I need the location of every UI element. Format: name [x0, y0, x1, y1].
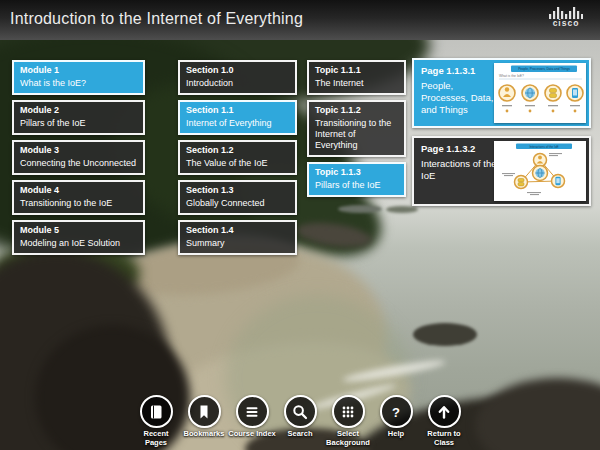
tile-title: Introduction	[186, 78, 289, 89]
svg-text:?: ?	[392, 404, 400, 419]
tile-title: Transitioning to the IoE	[20, 198, 137, 209]
tile-title: Globally Connected	[186, 198, 289, 209]
tile-label: Module 5	[20, 225, 137, 236]
modules-column: Module 1 What is the IoE? Module 2 Pilla…	[12, 60, 145, 255]
tile-title: Connecting the Unconnected	[20, 158, 137, 169]
section-tile-1-1[interactable]: Section 1.1 Internet of Everything	[178, 100, 297, 135]
section-tile-1-2[interactable]: Section 1.2 The Value of the IoE	[178, 140, 297, 175]
tile-title: Modeling an IoE Solution	[20, 238, 137, 249]
module-tile-2[interactable]: Module 2 Pillars of the IoE	[12, 100, 145, 135]
bookmark-icon	[188, 395, 221, 428]
search-icon	[284, 395, 317, 428]
help-button[interactable]: ? Help	[372, 395, 420, 447]
tile-title: Transitioning to the Internet of Everyth…	[315, 118, 398, 151]
section-tile-1-3[interactable]: Section 1.3 Globally Connected	[178, 180, 297, 215]
tool-label: Course Index	[228, 430, 276, 439]
return-to-class-button[interactable]: Return to Class	[420, 395, 468, 447]
tile-title: Pillars of the IoE	[315, 180, 398, 191]
thumb-title: Interactions of the IoE	[529, 145, 558, 149]
tool-label: Select Background	[324, 430, 372, 447]
module-tile-1[interactable]: Module 1 What is the IoE?	[12, 60, 145, 95]
topics-column: Topic 1.1.1 The Internet Topic 1.1.2 Tra…	[307, 60, 406, 197]
rock-shape	[413, 323, 477, 346]
grid-dots-icon	[332, 395, 365, 428]
list-icon	[236, 395, 269, 428]
page-thumbnail: Interactions of the IoE	[494, 141, 586, 201]
cisco-logo: cisco	[546, 7, 586, 27]
tile-title: The Internet	[315, 78, 398, 89]
module-tile-4[interactable]: Module 4 Transitioning to the IoE	[12, 180, 145, 215]
tool-label: Search	[287, 430, 312, 439]
topic-tile-1-1-2[interactable]: Topic 1.1.2 Transitioning to the Interne…	[307, 100, 406, 157]
pages-column: Page 1.1.3.1 People, Processes, Data, an…	[412, 58, 591, 206]
course-index-button[interactable]: Course Index	[228, 395, 276, 447]
tile-label: Section 1.0	[186, 65, 289, 76]
topic-tile-1-1-1[interactable]: Topic 1.1.1 The Internet	[307, 60, 406, 95]
tile-label: Section 1.1	[186, 105, 289, 116]
tool-label: Return to Class	[420, 430, 468, 447]
tile-title: The Value of the IoE	[186, 158, 289, 169]
question-icon: ?	[380, 395, 413, 428]
recent-pages-icon	[140, 395, 173, 428]
slide-preview-interactions-icon: Interactions of the IoE	[494, 141, 586, 201]
island-shape	[386, 206, 418, 213]
tile-label: Module 4	[20, 185, 137, 196]
cisco-wordmark: cisco	[546, 19, 586, 27]
page-title: Introduction to the Internet of Everythi…	[10, 10, 303, 28]
header-bar: Introduction to the Internet of Everythi…	[0, 0, 600, 40]
tile-label: Topic 1.1.2	[315, 105, 398, 116]
search-button[interactable]: Search	[276, 395, 324, 447]
tile-title: People, Processes, Data, and Things	[421, 80, 499, 116]
page-thumbnail: People, Processes, Data and Things What …	[494, 63, 586, 123]
up-arrow-icon	[428, 395, 461, 428]
page-tile-1-1-3-2[interactable]: Page 1.1.3.2 Interactions of the IoE Int…	[412, 136, 591, 206]
thumb-note: What is the IoE?	[499, 74, 524, 78]
topic-tile-1-1-3[interactable]: Topic 1.1.3 Pillars of the IoE	[307, 162, 406, 197]
tile-label: Page 1.1.3.1	[421, 65, 499, 77]
recent-pages-button[interactable]: Recent Pages	[132, 395, 180, 447]
page-tile-1-1-3-1[interactable]: Page 1.1.3.1 People, Processes, Data, an…	[412, 58, 591, 128]
bookmarks-button[interactable]: Bookmarks	[180, 395, 228, 447]
thumb-title: People, Processes, Data and Things	[518, 67, 570, 71]
course-index-screen: Introduction to the Internet of Everythi…	[0, 0, 600, 450]
section-tile-1-0[interactable]: Section 1.0 Introduction	[178, 60, 297, 95]
tile-title: Interactions of the IoE	[421, 158, 499, 182]
tile-label: Page 1.1.3.2	[421, 143, 499, 155]
tile-label: Module 2	[20, 105, 137, 116]
module-tile-5[interactable]: Module 5 Modeling an IoE Solution	[12, 220, 145, 255]
tile-label: Module 1	[20, 65, 137, 76]
sections-column: Section 1.0 Introduction Section 1.1 Int…	[178, 60, 297, 255]
bottom-toolbar: Recent Pages Bookmarks Course	[0, 395, 600, 447]
tile-label: Topic 1.1.1	[315, 65, 398, 76]
tile-title: Pillars of the IoE	[20, 118, 137, 129]
tile-label: Section 1.2	[186, 145, 289, 156]
tool-label: Bookmarks	[184, 430, 225, 439]
module-tile-3[interactable]: Module 3 Connecting the Unconnected	[12, 140, 145, 175]
island-shape	[338, 205, 382, 213]
tool-label: Help	[388, 430, 404, 439]
tile-title: Summary	[186, 238, 289, 249]
tile-label: Topic 1.1.3	[315, 167, 398, 178]
tile-label: Section 1.4	[186, 225, 289, 236]
tool-label: Recent Pages	[132, 430, 180, 447]
select-background-button[interactable]: Select Background	[324, 395, 372, 447]
tile-label: Section 1.3	[186, 185, 289, 196]
section-tile-1-4[interactable]: Section 1.4 Summary	[178, 220, 297, 255]
tile-title: What is the IoE?	[20, 78, 137, 89]
tile-title: Internet of Everything	[186, 118, 289, 129]
slide-preview-pillars-icon: People, Processes, Data and Things What …	[494, 63, 586, 123]
tile-label: Module 3	[20, 145, 137, 156]
